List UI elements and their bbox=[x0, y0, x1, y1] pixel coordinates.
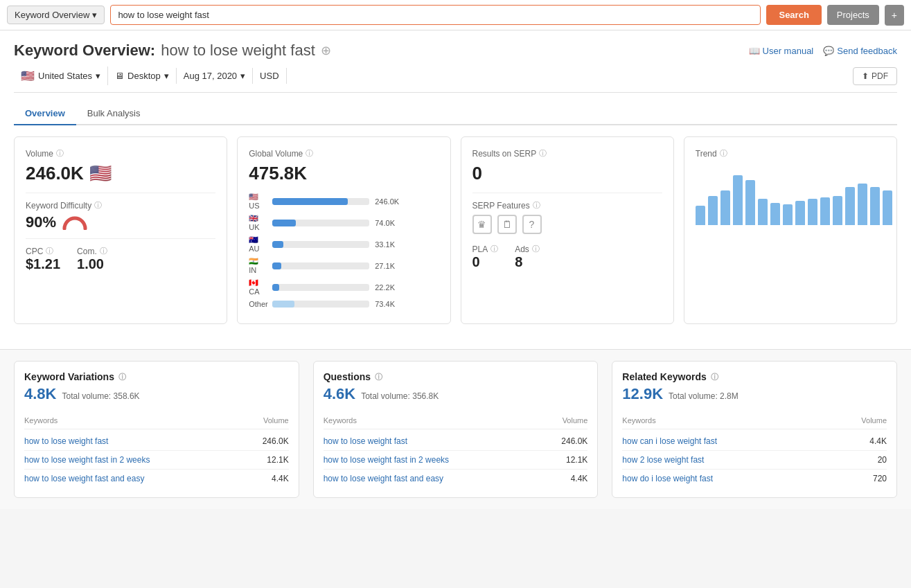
q-table-body: how to lose weight fast 246.0K how to lo… bbox=[324, 432, 588, 488]
keyword-link[interactable]: how to lose weight fast and easy bbox=[24, 474, 144, 483]
pla-value: 0 bbox=[472, 254, 499, 270]
country-filter[interactable]: 🇺🇸 United States ▾ bbox=[14, 66, 108, 85]
tool-dropdown-label: Keyword Overview bbox=[15, 10, 89, 20]
trend-bar bbox=[770, 203, 780, 225]
kv-info-icon[interactable]: ⓘ bbox=[118, 372, 126, 382]
rk-table-header: Keywords Volume bbox=[622, 416, 887, 429]
add-keyword-icon[interactable]: ⊕ bbox=[321, 43, 331, 58]
date-label: Aug 17, 2020 bbox=[184, 71, 237, 81]
bar-fill bbox=[272, 241, 283, 248]
bar-fill bbox=[272, 198, 348, 205]
table-row: how 2 lose weight fast 20 bbox=[622, 451, 887, 470]
cpc-item: CPC ⓘ $1.21 bbox=[26, 246, 60, 272]
keyword-variations-panel: Keyword Variations ⓘ 4.8K Total volume: … bbox=[14, 361, 299, 498]
tabs-row: Overview Bulk Analysis bbox=[14, 103, 897, 125]
global-bars: 🇺🇸 US 246.0K 🇬🇧 UK 74.0K 🇦🇺 AU 33.1K 🇮🇳 … bbox=[249, 193, 439, 296]
chat-icon: 💬 bbox=[823, 46, 834, 56]
trend-bar bbox=[870, 187, 880, 225]
cpc-info-icon[interactable]: ⓘ bbox=[46, 246, 53, 256]
rk-count: 12.9K bbox=[622, 385, 663, 403]
keyword-link[interactable]: how can i lose weight fast bbox=[622, 436, 717, 446]
other-bar-row: Other 73.4K bbox=[249, 300, 439, 308]
rk-info-icon[interactable]: ⓘ bbox=[711, 372, 718, 382]
keyword-link[interactable]: how to lose weight fast bbox=[24, 436, 108, 446]
global-bar-row: 🇨🇦 CA 22.2K bbox=[249, 278, 439, 296]
title-actions: 📖 User manual 💬 Send feedback bbox=[749, 46, 897, 56]
trend-bar bbox=[820, 197, 830, 225]
send-feedback-link[interactable]: 💬 Send feedback bbox=[823, 46, 897, 56]
keyword-link[interactable]: how to lose weight fast in 2 weeks bbox=[324, 455, 449, 465]
trend-bar bbox=[758, 199, 768, 225]
keyword-link[interactable]: how to lose weight fast bbox=[324, 436, 407, 446]
difficulty-info-icon[interactable]: ⓘ bbox=[94, 200, 102, 211]
add-project-button[interactable]: + bbox=[885, 5, 904, 26]
volume-label: Volume ⓘ bbox=[26, 148, 215, 159]
main-content: Keyword Overview: how to lose weight fas… bbox=[0, 30, 911, 349]
table-row: how to lose weight fast in 2 weeks 12.1K bbox=[324, 451, 588, 470]
projects-button[interactable]: Projects bbox=[827, 5, 879, 25]
keyword-volume: 12.1K bbox=[566, 455, 587, 465]
question-icon: ? bbox=[522, 215, 542, 234]
user-manual-link[interactable]: 📖 User manual bbox=[749, 46, 814, 56]
page-title-main: Keyword Overview: bbox=[14, 42, 155, 60]
table-row: how can i lose weight fast 4.4K bbox=[622, 432, 887, 451]
trend-bar bbox=[808, 199, 817, 225]
keyword-link[interactable]: how do i lose weight fast bbox=[622, 474, 713, 483]
volume-value: 246.0K 🇺🇸 bbox=[26, 163, 215, 184]
difficulty-arc-icon bbox=[62, 215, 88, 230]
topbar: Keyword Overview ▾ Search Projects + bbox=[0, 0, 911, 30]
com-info-icon[interactable]: ⓘ bbox=[100, 246, 107, 256]
cpc-com-row: CPC ⓘ $1.21 Com. ⓘ 1.00 bbox=[26, 246, 215, 272]
country-label: United States bbox=[38, 71, 92, 81]
tab-overview[interactable]: Overview bbox=[14, 103, 76, 125]
kv-table-header: Keywords Volume bbox=[24, 416, 289, 429]
table-row: how to lose weight fast 246.0K bbox=[324, 432, 588, 451]
tab-bulk-analysis[interactable]: Bulk Analysis bbox=[76, 103, 152, 125]
keyword-link[interactable]: how 2 lose weight fast bbox=[622, 455, 704, 465]
metric-cards: Volume ⓘ 246.0K 🇺🇸 Keyword Difficulty ⓘ … bbox=[14, 136, 897, 324]
crown-icon: ♛ bbox=[472, 215, 492, 234]
serp-info-icon[interactable]: ⓘ bbox=[539, 148, 547, 159]
trend-info-icon[interactable]: ⓘ bbox=[720, 148, 727, 159]
global-vol-info-icon[interactable]: ⓘ bbox=[306, 148, 313, 159]
tool-dropdown[interactable]: Keyword Overview ▾ bbox=[7, 6, 105, 24]
global-bar-row: 🇦🇺 AU 33.1K bbox=[249, 235, 439, 253]
keyword-volume: 12.1K bbox=[267, 455, 288, 465]
serp-features-icons: ♛ 🗒 ? bbox=[472, 215, 662, 234]
serp-value: 0 bbox=[472, 163, 662, 184]
ads-item: Ads ⓘ 8 bbox=[515, 244, 540, 270]
volume-info-icon[interactable]: ⓘ bbox=[56, 148, 64, 159]
questions-panel: Questions ⓘ 4.6K Total volume: 356.8K Ke… bbox=[313, 361, 599, 498]
trend-chart bbox=[696, 163, 885, 225]
currency-label: USD bbox=[260, 71, 278, 81]
trend-bar bbox=[833, 196, 842, 225]
trend-bar bbox=[858, 184, 867, 225]
date-filter[interactable]: Aug 17, 2020 ▾ bbox=[177, 68, 253, 84]
q-info-icon[interactable]: ⓘ bbox=[375, 372, 382, 382]
pla-item: PLA ⓘ 0 bbox=[472, 244, 499, 270]
device-icon: 🖥 bbox=[115, 71, 124, 81]
search-input[interactable] bbox=[110, 5, 761, 25]
ads-info-icon[interactable]: ⓘ bbox=[532, 244, 540, 254]
pla-info-icon[interactable]: ⓘ bbox=[490, 244, 498, 254]
country-chevron-icon: ▾ bbox=[96, 71, 100, 81]
table-row: how to lose weight fast and easy 4.4K bbox=[24, 470, 289, 488]
serp-card: Results on SERP ⓘ 0 SERP Features ⓘ ♛ 🗒 … bbox=[461, 136, 674, 324]
trend-bar bbox=[795, 201, 805, 225]
pdf-button[interactable]: ⬆ PDF bbox=[853, 67, 897, 85]
difficulty-value-row: 90% bbox=[26, 213, 215, 231]
trend-bar bbox=[696, 206, 705, 225]
keyword-volume: 246.0K bbox=[561, 436, 587, 446]
bar-fill bbox=[272, 262, 281, 269]
search-button[interactable]: Search bbox=[766, 5, 821, 25]
global-volume-value: 475.8K bbox=[249, 163, 439, 184]
global-volume-card: Global Volume ⓘ 475.8K 🇺🇸 US 246.0K 🇬🇧 U… bbox=[237, 136, 450, 324]
keyword-link[interactable]: how to lose weight fast in 2 weeks bbox=[24, 455, 150, 465]
device-filter[interactable]: 🖥 Desktop ▾ bbox=[108, 68, 177, 84]
other-bar-fill bbox=[272, 301, 294, 308]
trend-bar bbox=[708, 196, 718, 225]
serp-features-info-icon[interactable]: ⓘ bbox=[533, 200, 540, 211]
volume-card: Volume ⓘ 246.0K 🇺🇸 Keyword Difficulty ⓘ … bbox=[14, 136, 227, 324]
keyword-link[interactable]: how to lose weight fast and easy bbox=[324, 474, 443, 483]
keyword-volume: 4.4K bbox=[571, 474, 588, 483]
